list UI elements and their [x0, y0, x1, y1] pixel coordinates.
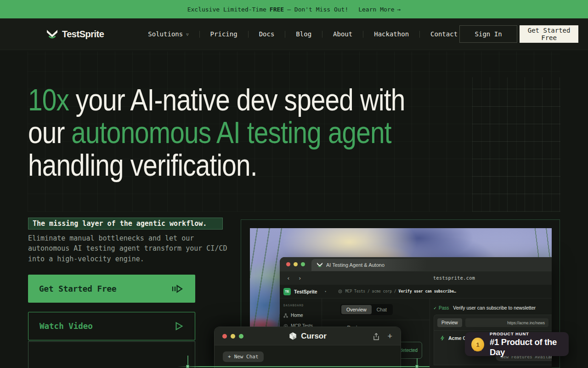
nav-item-blog[interactable]: Blog — [294, 30, 313, 38]
nav-separator — [285, 31, 285, 38]
share-icon[interactable] — [373, 333, 379, 340]
forward-icon[interactable]: › — [298, 275, 302, 282]
browser-tab-title: AI Testing Agent & Autono — [326, 262, 384, 268]
nav-item-label: Contact — [430, 30, 458, 38]
watch-video-button[interactable]: Watch Video — [28, 312, 195, 340]
zoom-window-icon[interactable] — [301, 262, 305, 266]
get-started-nav-button[interactable]: Get Started Free — [520, 25, 578, 43]
minimize-window-icon[interactable] — [294, 262, 298, 266]
arrow-right-icon: → — [397, 6, 401, 13]
status-badge: Pass — [439, 305, 449, 310]
browser-nav-arrows: ‹ › — [280, 275, 302, 282]
nav-item-pricing[interactable]: Pricing — [209, 30, 239, 38]
content-tabs: Overview Chat — [340, 304, 393, 315]
nav-item-solutions[interactable]: Solutions ▽ — [146, 30, 190, 38]
sign-in-button[interactable]: Sign In — [459, 25, 517, 43]
hero-line-1: 10x your AI-native dev speed with — [28, 84, 494, 116]
app-header: TE TestSprite ▾ MCP Tests / acme corp / … — [280, 285, 552, 299]
nav-item-label: Solutions — [148, 30, 183, 38]
banner-text-post: – Don't Miss Out! — [287, 6, 348, 13]
close-window-icon[interactable] — [286, 262, 290, 266]
tab-overview[interactable]: Overview — [341, 305, 372, 314]
nav-separator — [322, 31, 322, 38]
browser-tabbar: AI Testing Agent & Autono — [280, 257, 552, 271]
nav-item-label: Hackathon — [374, 30, 409, 38]
new-chat-label: New Chat — [234, 354, 259, 360]
play-icon — [174, 321, 184, 331]
new-tab-icon[interactable]: + — [387, 332, 392, 341]
browser-urlbar: ‹ › testsprite.com — [280, 271, 552, 285]
brand-logo[interactable]: TestSprite — [46, 29, 104, 40]
partial-card-below-fold — [28, 341, 195, 368]
testsprite-logo-icon — [46, 29, 58, 40]
hero-text: our — [28, 115, 64, 150]
sidebar-section-label: DASHBOARD — [283, 304, 322, 307]
main-nav: TestSprite Solutions ▽ Pricing Docs Blog… — [0, 18, 588, 50]
nav-item-label: Docs — [259, 30, 275, 38]
new-chat-button[interactable]: + New Chat — [223, 351, 264, 362]
close-window-icon[interactable] — [222, 334, 227, 339]
browser-tab[interactable]: AI Testing Agent & Autono — [311, 259, 427, 271]
banner-link-label: Learn More — [358, 6, 394, 13]
breadcrumb-current: Verify user can subscribe… — [399, 289, 456, 293]
hero-heading: 10x your AI-native dev speed with our au… — [28, 84, 494, 182]
get-started-label: Get Started Free — [39, 284, 117, 293]
hero-text: your AI-native dev speed with — [76, 83, 405, 117]
hero-text: handling verification. — [28, 148, 257, 182]
nav-item-label: Blog — [296, 30, 311, 38]
nav-item-docs[interactable]: Docs — [257, 30, 277, 38]
hero-line-3: handling verification. — [28, 149, 494, 182]
product-hunt-title: #1 Product of the Day — [490, 337, 569, 357]
workspace-dropdown-icon[interactable]: ▾ — [325, 290, 327, 293]
fast-forward-icon — [171, 284, 184, 293]
cursor-logo-icon — [288, 332, 297, 340]
nav-separator — [419, 31, 420, 38]
sidebar-item-label: Home — [291, 313, 303, 318]
breadcrumb-path[interactable]: MCP Tests / acme corp / — [345, 289, 396, 293]
chevron-down-icon: ▽ — [186, 32, 188, 37]
nav-item-label: About — [333, 30, 352, 38]
nav-separator — [248, 31, 249, 38]
medal-icon: 1 — [471, 338, 484, 351]
cursor-window-mockup: Cursor + + New Chat — [214, 327, 401, 368]
nav-item-contact[interactable]: Contact — [429, 30, 459, 38]
hero-accent-10x: 10x — [28, 83, 69, 117]
nav-separator — [199, 31, 200, 38]
brand-name: TestSprite — [62, 29, 104, 40]
banner-learn-more-link[interactable]: Learn More → — [358, 6, 401, 13]
test-title: Verify user can subscribe to newsletter — [453, 305, 536, 310]
nav-separator — [363, 31, 363, 38]
preview-button[interactable]: Preview — [437, 318, 462, 327]
product-hunt-label: PRODUCT HUNT — [490, 331, 569, 336]
product-hunt-badge[interactable]: 1 PRODUCT HUNT #1 Product of the Day — [465, 332, 569, 356]
app-brand-name: TestSprite — [294, 289, 317, 294]
bolt-icon — [440, 335, 445, 341]
traffic-lights — [280, 262, 305, 271]
banner-text-free: FREE — [270, 6, 284, 13]
hero-line-2: our autonomous AI testing agent — [28, 116, 494, 149]
plus-icon: + — [228, 354, 231, 360]
nav-item-about[interactable]: About — [331, 30, 354, 38]
banner-text-pre: Exclusive Limited-Time — [187, 6, 266, 13]
get-started-button[interactable]: Get Started Free — [28, 275, 195, 303]
minimize-window-icon[interactable] — [231, 334, 235, 339]
url-text[interactable]: testsprite.com — [433, 276, 475, 281]
nav-menu: Solutions ▽ Pricing Docs Blog About Hack… — [146, 30, 459, 38]
breadcrumb-target-icon — [338, 289, 342, 293]
traffic-lights — [222, 334, 243, 339]
cursor-titlebar: Cursor + — [215, 327, 401, 345]
tab-chat[interactable]: Chat — [372, 305, 392, 314]
cursor-window-title: Cursor — [301, 332, 327, 341]
sidebar-item-home[interactable]: Home — [283, 313, 322, 318]
preview-toolbar: Preview https://acme.inc/news — [437, 318, 548, 327]
preview-url[interactable]: https://acme.inc/news — [465, 318, 548, 327]
back-icon[interactable]: ‹ — [287, 275, 290, 282]
zoom-window-icon[interactable] — [239, 334, 243, 339]
medal-rank: 1 — [471, 338, 484, 351]
testsprite-app-logo: TE — [283, 288, 291, 295]
network-icon — [283, 313, 288, 318]
check-icon: ✓ — [434, 305, 436, 310]
watch-video-label: Watch Video — [40, 322, 93, 331]
nav-item-hackathon[interactable]: Hackathon — [372, 30, 411, 38]
tagline-highlight: The missing layer of the agentic workflo… — [28, 218, 223, 230]
